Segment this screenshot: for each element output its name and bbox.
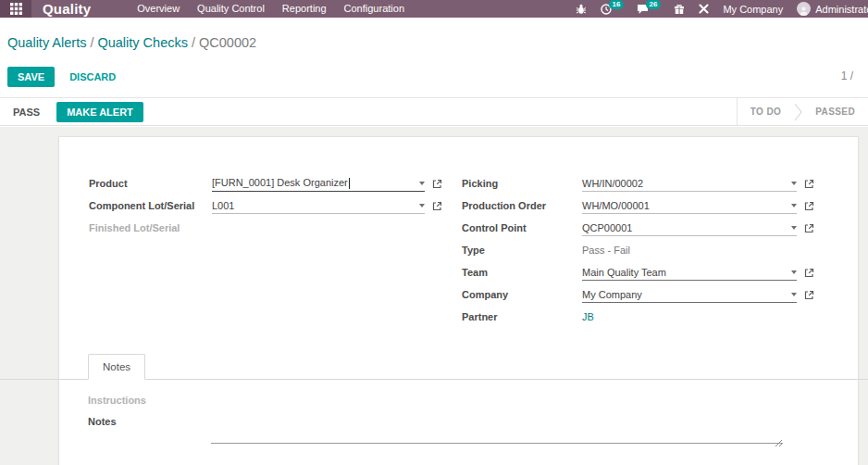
activities-clock-icon[interactable]: 16 <box>601 4 612 15</box>
team-input[interactable]: Main Quality Team <box>582 264 797 281</box>
discard-button[interactable]: DISCARD <box>64 67 121 87</box>
field-row-production-order: Production Order WH/MO/00001 <box>462 195 858 217</box>
field-row-control-point: Control Point QCP00001 <box>462 217 858 239</box>
record-pager[interactable]: 1 / <box>841 69 853 82</box>
field-row-picking: Picking WH/IN/00002 <box>462 172 858 195</box>
company-switcher[interactable]: My Company <box>723 4 783 15</box>
external-link-icon[interactable] <box>804 179 814 189</box>
pass-button[interactable]: PASS <box>4 102 49 122</box>
debug-bug-icon[interactable] <box>576 4 587 15</box>
field-label-partner: Partner <box>462 311 582 322</box>
form-field-groups: Product [FURN_0001] Desk Organizer Compo… <box>89 172 858 328</box>
make-alert-button[interactable]: MAKE ALERT <box>56 102 143 122</box>
field-row-component-lot: Component Lot/Serial L001 <box>89 195 462 217</box>
production-order-input[interactable]: WH/MO/00001 <box>582 197 797 214</box>
field-label-picking: Picking <box>462 178 582 189</box>
company-input[interactable]: My Company <box>582 286 797 303</box>
type-value: Pass - Fail <box>582 245 630 256</box>
top-navbar: Quality Overview Quality Control Reporti… <box>0 0 868 18</box>
text-cursor <box>349 178 350 189</box>
dropdown-caret-icon[interactable] <box>419 204 425 207</box>
field-label-company: Company <box>462 289 582 300</box>
field-label-product: Product <box>89 178 212 189</box>
field-label-component-lot: Component Lot/Serial <box>89 200 212 211</box>
textarea-resize-handle-icon[interactable] <box>775 434 783 451</box>
save-button[interactable]: SAVE <box>7 67 55 87</box>
external-link-icon[interactable] <box>432 201 442 211</box>
dropdown-caret-icon[interactable] <box>791 182 797 185</box>
field-row-company: Company My Company <box>462 283 858 306</box>
external-link-icon[interactable] <box>804 223 814 233</box>
menu-item-reporting[interactable]: Reporting <box>282 0 327 18</box>
breadcrumb-separator: / <box>188 35 199 50</box>
component-lot-input[interactable]: L001 <box>212 197 425 214</box>
menu-item-quality-control[interactable]: Quality Control <box>197 0 265 18</box>
menu-item-configuration[interactable]: Configuration <box>344 0 404 18</box>
apps-grid-icon <box>10 3 22 15</box>
quality-check-form-view: Quality Overview Quality Control Reporti… <box>0 0 868 465</box>
messages-bubble-icon[interactable]: 26 <box>637 4 649 15</box>
picking-input[interactable]: WH/IN/00002 <box>582 175 797 192</box>
external-link-icon[interactable] <box>804 201 814 211</box>
field-label-control-point: Control Point <box>462 222 582 233</box>
breadcrumb: Quality Alerts/Quality Checks/QC00002 <box>7 35 256 50</box>
dropdown-caret-icon[interactable] <box>791 226 797 230</box>
user-avatar <box>797 2 811 16</box>
field-label-type: Type <box>462 245 582 256</box>
stage-statusbar: TO DO PASSED <box>737 98 868 125</box>
field-row-partner: Partner JB <box>462 306 858 328</box>
tab-notes[interactable]: Notes <box>88 354 145 380</box>
form-group-left: Product [FURN_0001] Desk Organizer Compo… <box>89 172 462 328</box>
external-link-icon[interactable] <box>804 268 814 278</box>
menu-item-overview[interactable]: Overview <box>137 0 180 18</box>
stage-passed[interactable]: PASSED <box>802 98 868 125</box>
field-row-type: Type Pass - Fail <box>462 239 858 261</box>
field-row-finished-lot: Finished Lot/Serial <box>89 217 462 239</box>
form-statusbar: PASS MAKE ALERT TO DO PASSED <box>0 97 868 126</box>
breadcrumb-quality-alerts[interactable]: Quality Alerts <box>7 35 86 50</box>
partner-link[interactable]: JB <box>582 311 594 322</box>
app-menu: Overview Quality Control Reporting Confi… <box>137 0 404 18</box>
stage-chevron-icon <box>794 98 802 125</box>
product-input[interactable]: [FURN_0001] Desk Organizer <box>212 175 425 192</box>
gift-box-icon[interactable] <box>674 4 685 15</box>
field-row-product: Product [FURN_0001] Desk Organizer <box>89 172 462 195</box>
dropdown-caret-icon[interactable] <box>419 182 425 185</box>
cross-tools-icon[interactable] <box>699 4 709 14</box>
field-label-instructions: Instructions <box>88 395 146 406</box>
breadcrumb-quality-checks[interactable]: Quality Checks <box>97 35 188 50</box>
app-brand-title: Quality <box>43 1 91 17</box>
message-count-badge: 26 <box>646 0 662 9</box>
external-link-icon[interactable] <box>804 290 814 300</box>
field-label-team: Team <box>462 267 582 278</box>
dropdown-caret-icon[interactable] <box>791 293 797 296</box>
form-group-right: Picking WH/IN/00002 Production Order <box>462 172 858 328</box>
dropdown-caret-icon[interactable] <box>791 270 797 274</box>
external-link-icon[interactable] <box>432 179 442 189</box>
field-row-team: Team Main Quality Team <box>462 261 858 283</box>
dropdown-caret-icon[interactable] <box>791 204 797 207</box>
user-menu[interactable]: Administrator <box>797 2 868 16</box>
apps-menu-button[interactable] <box>0 0 31 18</box>
stage-to-do[interactable]: TO DO <box>738 98 794 125</box>
breadcrumb-separator: / <box>86 35 97 50</box>
activity-count-badge: 16 <box>609 0 625 9</box>
systray: 16 26 My Company Administrator <box>576 2 868 16</box>
breadcrumb-current-record: QC00002 <box>199 35 256 50</box>
control-panel-buttons: SAVE DISCARD <box>7 67 121 87</box>
user-name: Administrator <box>815 4 868 15</box>
field-label-finished-lot: Finished Lot/Serial <box>89 222 212 233</box>
field-label-notes: Notes <box>88 416 117 427</box>
control-point-input[interactable]: QCP00001 <box>582 220 797 236</box>
field-label-production-order: Production Order <box>462 200 582 211</box>
notes-textarea[interactable] <box>211 413 783 444</box>
